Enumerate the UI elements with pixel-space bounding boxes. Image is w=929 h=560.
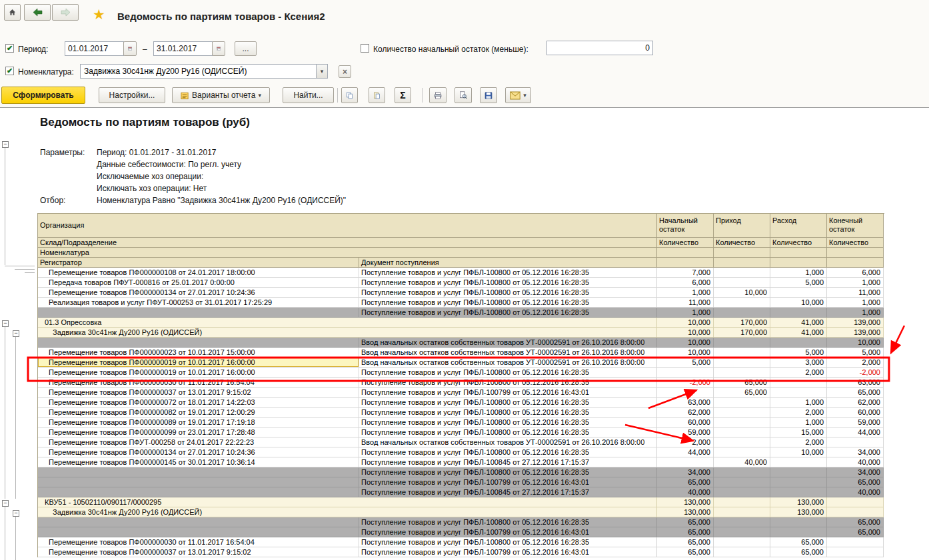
quantity-cell[interactable]: 2,000 — [770, 408, 827, 418]
table-row[interactable]: Перемещение товаров ПФ000000072 от 18.01… — [38, 398, 884, 408]
header-qty-cell[interactable]: Количество — [827, 238, 884, 248]
quantity-cell[interactable]: 60,000 — [827, 408, 884, 418]
quantity-cell[interactable] — [770, 308, 827, 318]
quantity-cell[interactable]: 130,000 — [657, 507, 714, 517]
header-warehouse-cell[interactable]: Склад/Подразделение — [38, 238, 657, 248]
quantity-cell[interactable] — [714, 308, 770, 318]
quantity-cell[interactable]: 2,000 — [827, 358, 884, 368]
table-row[interactable]: Реализация товаров и услуг ПФУТ-000253 о… — [38, 298, 884, 308]
sum-button[interactable]: Σ — [395, 87, 411, 103]
quantity-cell[interactable]: 65,000 — [827, 527, 884, 537]
registrator-cell[interactable]: Перемещение товаров ПФУТ-000258 от 24.01… — [38, 437, 359, 447]
registrator-cell[interactable]: Перемещение товаров ПФ000000037 от 13.01… — [38, 388, 359, 398]
group-label-cell[interactable]: 01.3 Опрессовка — [38, 318, 657, 328]
receipt-document-cell[interactable]: Поступление товаров и услуг ПФБЛ-100800 … — [359, 427, 657, 437]
quantity-cell[interactable]: 1,000 — [657, 288, 714, 298]
receipt-document-cell[interactable]: Поступление товаров и услуг ПФБЛ-100800 … — [359, 447, 657, 457]
paste-button[interactable] — [369, 87, 385, 103]
receipt-document-cell[interactable]: Поступление товаров и услуг ПФБЛ-100800 … — [359, 418, 657, 427]
quantity-cell[interactable]: 1,000 — [827, 278, 884, 288]
receipt-document-cell[interactable]: Поступление товаров и услуг ПФБЛ-100845 … — [359, 457, 657, 467]
quantity-cell[interactable] — [827, 547, 884, 557]
qty-limit-checkbox[interactable] — [361, 44, 369, 53]
quantity-cell[interactable] — [714, 298, 770, 308]
quantity-cell[interactable]: 10,000 — [770, 298, 827, 308]
quantity-cell[interactable]: 65,000 — [657, 477, 714, 487]
quantity-cell[interactable]: 10,000 — [827, 338, 884, 348]
forward-button[interactable] — [52, 4, 79, 21]
back-button[interactable] — [24, 4, 51, 21]
quantity-cell[interactable]: 139,000 — [827, 328, 884, 338]
quantity-cell[interactable] — [714, 368, 770, 378]
quantity-cell[interactable]: 65,000 — [657, 547, 714, 557]
quantity-cell[interactable]: 5,000 — [827, 348, 884, 358]
receipt-document-cell[interactable]: Поступление товаров и услуг ПФБЛ-100800 … — [359, 467, 657, 477]
registrator-cell[interactable]: Перемещение товаров ПФ000000023 от 10.01… — [38, 348, 359, 358]
quantity-cell[interactable]: -2,000 — [827, 368, 884, 378]
table-row[interactable]: Перемещение товаров ПФ000000145 от 30.01… — [38, 457, 884, 467]
find-button[interactable]: Найти... — [283, 87, 334, 103]
receipt-document-cell[interactable]: Поступление товаров и услуг ПФБЛ-100845 … — [359, 487, 657, 497]
header-nomenclature-cell[interactable]: Номенклатура — [38, 248, 657, 258]
collapse-toggle[interactable]: − — [2, 320, 9, 327]
quantity-cell[interactable]: 139,000 — [827, 318, 884, 328]
quantity-cell[interactable] — [714, 437, 770, 447]
receipt-document-cell[interactable]: Поступление товаров и услуг ПФБЛ-100800 … — [359, 398, 657, 408]
quantity-cell[interactable]: 1,000 — [770, 418, 827, 427]
registrator-cell[interactable]: Перемещение товаров ПФ000000134 от 27.01… — [38, 288, 359, 298]
quantity-cell[interactable]: 41,000 — [770, 328, 827, 338]
quantity-cell[interactable]: 5,000 — [770, 278, 827, 288]
quantity-cell[interactable] — [714, 358, 770, 368]
quantity-cell[interactable]: 62,000 — [657, 408, 714, 418]
quantity-cell[interactable]: 10,000 — [657, 348, 714, 358]
header-empty-cell[interactable] — [770, 248, 827, 258]
receipt-document-cell[interactable]: Ввод начальных остатков собственных това… — [359, 358, 657, 368]
table-row[interactable]: Перемещение товаров ПФ000000037 от 13.01… — [38, 388, 884, 398]
header-empty-cell[interactable] — [770, 258, 827, 268]
quantity-cell[interactable] — [770, 378, 827, 388]
table-row[interactable]: Перемещение товаров ПФ000000030 от 11.01… — [38, 378, 884, 388]
registrator-cell[interactable] — [38, 527, 359, 537]
quantity-cell[interactable] — [827, 437, 884, 447]
table-row[interactable]: Перемещение товаров ПФ000000037 от 13.01… — [38, 547, 884, 557]
quantity-cell[interactable] — [657, 368, 714, 378]
quantity-cell[interactable]: 44,000 — [657, 447, 714, 457]
receipt-document-cell[interactable]: Поступление товаров и услуг ПФБЛ-100799 … — [359, 527, 657, 537]
table-row[interactable]: Перемещение товаров ПФ000000134 от 27.01… — [38, 288, 884, 298]
quantity-cell[interactable]: 59,000 — [657, 427, 714, 437]
quantity-cell[interactable] — [714, 418, 770, 427]
receipt-document-cell[interactable]: Поступление товаров и услуг ПФБЛ-100799 … — [359, 388, 657, 398]
quantity-cell[interactable] — [714, 517, 770, 527]
quantity-cell[interactable] — [714, 408, 770, 418]
registrator-cell[interactable]: Перемещение товаров ПФ000000145 от 30.01… — [38, 457, 359, 467]
quantity-cell[interactable]: 65,000 — [827, 517, 884, 527]
header-empty-cell[interactable] — [827, 258, 884, 268]
period-from-calendar-button[interactable] — [123, 41, 137, 56]
header-org-cell[interactable]: Организация — [38, 214, 657, 238]
quantity-cell[interactable] — [714, 338, 770, 348]
quantity-cell[interactable]: 1,000 — [827, 298, 884, 308]
receipt-document-cell[interactable]: Поступление товаров и услуг ПФБЛ-100799 … — [359, 477, 657, 487]
registrator-cell[interactable] — [38, 487, 359, 497]
quantity-cell[interactable] — [714, 348, 770, 358]
quantity-cell[interactable] — [770, 517, 827, 527]
quantity-cell[interactable]: 63,000 — [827, 378, 884, 388]
group-label-cell[interactable]: КВУ51 - 10502110/090117/0000295 — [38, 497, 657, 507]
quantity-cell[interactable]: 34,000 — [657, 467, 714, 477]
quantity-cell[interactable]: 65,000 — [770, 547, 827, 557]
receipt-document-cell[interactable]: Поступление товаров и услуг ПФБЛ-100800 … — [359, 368, 657, 378]
header-empty-cell[interactable] — [827, 248, 884, 258]
subtotal-row[interactable]: Ввод начальных остатков собственных това… — [38, 338, 884, 348]
quantity-cell[interactable]: 10,000 — [657, 318, 714, 328]
table-row[interactable]: Перемещение товаров ПФ000000108 от 24.01… — [38, 268, 884, 278]
quantity-cell[interactable]: 40,000 — [827, 487, 884, 497]
receipt-document-cell[interactable]: Ввод начальных остатков собственных това… — [359, 437, 657, 447]
registrator-cell[interactable] — [38, 308, 359, 318]
registrator-cell[interactable]: Перемещение товаров ПФ000000089 от 19.01… — [38, 418, 359, 427]
qty-limit-input[interactable] — [546, 41, 653, 55]
quantity-cell[interactable] — [770, 388, 827, 398]
receipt-document-cell[interactable]: Поступление товаров и услуг ПФБЛ-100800 … — [359, 288, 657, 298]
quantity-cell[interactable]: 65,000 — [714, 378, 770, 388]
quantity-cell[interactable] — [714, 507, 770, 517]
chevron-down-icon[interactable]: ▾ — [316, 65, 327, 78]
